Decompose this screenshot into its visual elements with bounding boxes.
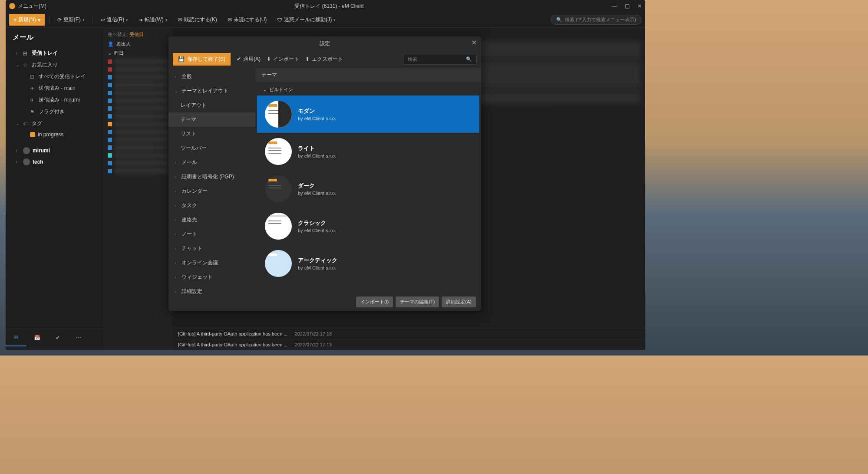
list-item[interactable]: [103, 73, 173, 81]
flag-icon: ⚑: [30, 109, 36, 115]
nav-mail[interactable]: ›メール: [168, 155, 255, 170]
inbox-icon: ⊟: [23, 50, 29, 56]
forward-button[interactable]: ➜転送(W)▾: [135, 14, 171, 25]
nav-pgp[interactable]: ›証明書と暗号化 (PGP): [168, 170, 255, 184]
app-logo-icon: [9, 3, 15, 9]
settings-dialog: 設定 ✕ 💾保存して終了(S) ✔適用(A) ⬇インポート ⬆エクスポート 検索…: [168, 36, 481, 311]
junk-button[interactable]: 🛡迷惑メールに移動(J)▾: [274, 14, 339, 25]
import-button[interactable]: ⬇インポート: [267, 56, 299, 63]
nav-advanced[interactable]: ›詳細設定: [168, 284, 255, 299]
nav-notes[interactable]: ›ノート: [168, 227, 255, 241]
save-icon: 💾: [178, 56, 185, 62]
sidebar-flagged[interactable]: ⚑フラグ付き: [6, 106, 103, 118]
dialog-search-input[interactable]: 検索🔍: [403, 54, 477, 65]
list-item[interactable]: [103, 159, 173, 167]
dots-icon: ⋯: [76, 335, 81, 341]
dialog-title: 設定 ✕: [168, 36, 481, 50]
menu-button[interactable]: メニュー(M): [18, 3, 46, 10]
nav-general[interactable]: ›全般: [168, 69, 255, 84]
theme-classic[interactable]: クラシックby eM Client s.r.o.: [257, 207, 479, 245]
nav-list[interactable]: リスト: [168, 127, 255, 141]
reply-icon: ↩: [101, 17, 105, 23]
dialog-close-icon[interactable]: ✕: [472, 39, 477, 46]
refresh-button[interactable]: ⟳更新(E)▾: [54, 14, 88, 25]
mail-icon: ✉: [14, 334, 18, 340]
forward-icon: ➜: [139, 17, 143, 23]
list-item[interactable]: [103, 81, 173, 89]
avatar-icon: [23, 158, 30, 165]
plus-icon: +: [13, 17, 17, 23]
mail-list: 並べ替え: 受信日 👤差出人 ⌄昨日: [103, 28, 173, 350]
list-item[interactable]: [103, 151, 173, 159]
nav-calendar[interactable]: ›カレンダー: [168, 184, 255, 198]
maximize-icon[interactable]: ▢: [625, 3, 630, 9]
list-item[interactable]: [103, 97, 173, 105]
export-button[interactable]: ⬆エクスポート: [305, 56, 343, 63]
sidebar-favorites[interactable]: ⌄☆お気に入り: [6, 59, 103, 71]
nav-toolbar[interactable]: ツールバー: [168, 141, 255, 155]
markread-button[interactable]: ✉既読にする(K): [175, 14, 221, 25]
list-item[interactable]: [103, 136, 173, 144]
builtin-section[interactable]: ⌄ビルトイン: [257, 84, 479, 95]
send-icon: ✈: [30, 86, 36, 92]
sidebar-account-tech[interactable]: ›tech: [6, 156, 103, 168]
nav-more[interactable]: ⋯: [68, 329, 89, 346]
list-item[interactable]: [103, 58, 173, 66]
calendar-icon: 📅: [34, 335, 40, 341]
footer-import-button[interactable]: インポート(I): [356, 296, 393, 307]
theme-dark[interactable]: ダークby eM Client s.r.o.: [257, 170, 479, 207]
list-item[interactable]: [103, 66, 173, 73]
list-item[interactable]: [103, 167, 173, 175]
footer-advanced-button[interactable]: 詳細設定(A): [442, 296, 476, 307]
nav-meeting[interactable]: ›オンライン会議: [168, 256, 255, 270]
theme-light[interactable]: ライトby eM Client s.r.o.: [257, 133, 479, 170]
sidebar-inbox[interactable]: ›⊟受信トレイ: [6, 47, 103, 59]
check-icon: ✔: [237, 56, 241, 62]
nav-task[interactable]: ›タスク: [168, 198, 255, 213]
sort-header[interactable]: 並べ替え: 受信日: [103, 30, 173, 40]
footer-edit-button[interactable]: テーマの編集(T): [396, 296, 439, 307]
list-item[interactable]: [103, 144, 173, 151]
chevron-down-icon: ▾: [38, 17, 40, 23]
sidebar-all-inbox[interactable]: ⊟すべての受信トレイ: [6, 71, 103, 82]
apply-button[interactable]: ✔適用(A): [237, 56, 261, 63]
minimize-icon[interactable]: —: [612, 3, 617, 9]
list-item[interactable]: [GitHub] A third-party OAuth application…: [173, 339, 645, 350]
list-item[interactable]: [GitHub] A third-party OAuth application…: [173, 328, 645, 339]
sidebar-account-mirumi[interactable]: ›mirumi: [6, 145, 103, 156]
send-icon: ✈: [30, 97, 36, 103]
nav-layout[interactable]: レイアウト: [168, 98, 255, 112]
close-icon[interactable]: ✕: [637, 3, 642, 9]
new-button[interactable]: +新規(N)▾: [9, 14, 45, 26]
nav-contacts[interactable]: ›連絡先: [168, 213, 255, 227]
nav-widget[interactable]: ›ウィジェット: [168, 270, 255, 284]
sidebar-sent-main[interactable]: ✈送信済み - main: [6, 82, 103, 94]
nav-theme[interactable]: テーマ: [168, 112, 255, 127]
search-input[interactable]: 🔍検索 ('?'入力で検索メニュー表示): [551, 15, 642, 25]
nav-themelayout[interactable]: ⌄テーマとレイアウト: [168, 84, 255, 98]
list-item[interactable]: [103, 120, 173, 128]
markunread-button[interactable]: ✉未読にする(U): [224, 14, 271, 25]
reply-button[interactable]: ↩返信(R)▾: [97, 14, 132, 25]
avatar-icon: [23, 147, 30, 154]
theme-arctic[interactable]: アークティックby eM Client s.r.o.: [257, 245, 479, 282]
shield-icon: 🛡: [277, 17, 282, 23]
list-item[interactable]: [103, 105, 173, 112]
group-yesterday[interactable]: ⌄昨日: [103, 49, 173, 58]
sender-row[interactable]: 👤差出人: [103, 40, 173, 49]
sidebar-tag-inprogress[interactable]: in progress: [6, 129, 103, 140]
refresh-icon: ⟳: [57, 17, 62, 23]
mail-icon: ✉: [228, 17, 232, 23]
list-item[interactable]: [103, 89, 173, 97]
save-button[interactable]: 💾保存して終了(S): [173, 53, 231, 66]
nav-mail[interactable]: ✉: [6, 329, 26, 346]
sidebar-sent-mirumi[interactable]: ✈送信済み - mirumi: [6, 94, 103, 106]
nav-chat[interactable]: ›チャット: [168, 241, 255, 256]
list-item[interactable]: [103, 112, 173, 120]
nav-calendar[interactable]: 📅: [26, 329, 47, 346]
nav-tasks[interactable]: ✔: [47, 329, 68, 346]
main-toolbar: +新規(N)▾ ⟳更新(E)▾ ↩返信(R)▾ ➜転送(W)▾ ✉既読にする(K…: [6, 12, 645, 28]
list-item[interactable]: [103, 128, 173, 136]
theme-modern[interactable]: モダンby eM Client s.r.o.: [257, 95, 479, 133]
sidebar-tags[interactable]: ⌄🏷タグ: [6, 118, 103, 129]
